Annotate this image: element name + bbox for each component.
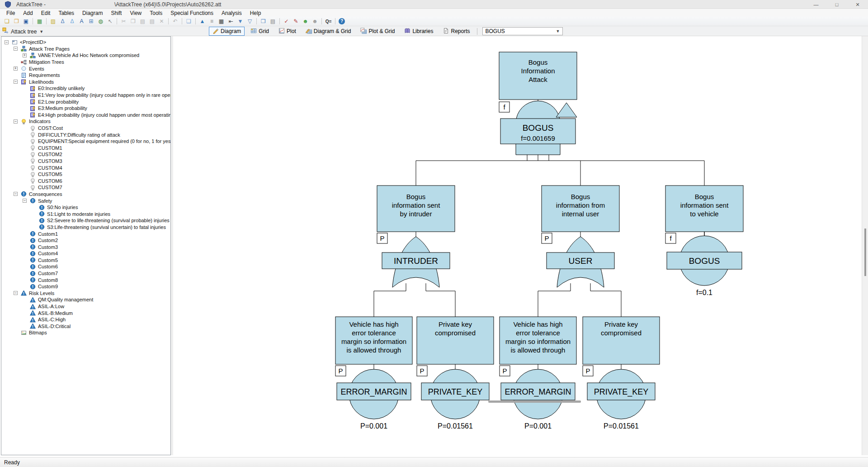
tree-item[interactable]: DIFFICULTY:Difficulty rating of attack (1, 131, 170, 138)
menu-special-functions[interactable]: Special Functions (166, 10, 217, 17)
tree-item[interactable]: E4:High probability (injury could happen… (1, 112, 170, 119)
collapse-icon[interactable]: − (14, 192, 18, 196)
menu-analysis[interactable]: Analysis (217, 10, 246, 17)
tree-item[interactable]: COST:Cost (1, 125, 170, 132)
diagram-gate-BOGUS[interactable]: BOGUSf=0.001659f (499, 101, 577, 155)
tree-item[interactable]: −Consequences (1, 191, 170, 198)
spell-check-icon[interactable]: ✓ (282, 18, 291, 25)
tree-item[interactable]: CUSTOM7 (1, 184, 170, 191)
tree-item[interactable]: CUSTOM2 (1, 151, 170, 158)
tree-item[interactable]: CUSTOM4 (1, 164, 170, 171)
tree-item[interactable]: QM:Quality management (1, 296, 170, 303)
tab-grid[interactable]: Grid (247, 27, 273, 36)
tab-diagram-grid[interactable]: Diagram & Grid (302, 27, 355, 36)
tree-item[interactable]: Mitigation Trees (1, 59, 170, 66)
user-offline-icon[interactable]: ☻ (311, 18, 319, 25)
help-icon[interactable]: ? (339, 18, 345, 24)
tree-item[interactable]: Custom7 (1, 270, 170, 277)
diagram-event-ERROR_MARGIN[interactable]: ERROR_MARGINPP=0.001 (335, 366, 411, 430)
page-up-icon[interactable]: ▲ (198, 18, 207, 25)
diagram-event-ERROR_MARGIN[interactable]: ERROR_MARGINPP=0.001 (500, 366, 575, 430)
tree-item[interactable]: Custom5 (1, 257, 170, 264)
library-icon[interactable]: ❒ (259, 18, 268, 25)
tab-libraries[interactable]: Libraries (401, 27, 437, 36)
menu-tables[interactable]: Tables (54, 10, 78, 17)
diagram-node-leaf[interactable]: Private keycompromised (583, 317, 660, 364)
query-icon[interactable]: Q= (324, 18, 333, 25)
tree-item[interactable]: ASIL-C:High (1, 316, 170, 323)
tree-item[interactable]: −Indicators (1, 118, 170, 125)
save-icon[interactable]: ▣ (22, 18, 30, 25)
vertical-scrollbar[interactable] (862, 36, 868, 455)
maximize-button[interactable]: □ (826, 0, 847, 9)
page-selector-dropdown[interactable]: BOGUS▼ (482, 27, 563, 35)
tree-item[interactable]: +Events (1, 65, 170, 72)
hyperlink-icon[interactable]: ◍ (96, 18, 105, 25)
paste-special-icon[interactable]: ▤ (148, 18, 156, 25)
bitmap-icon[interactable]: ▦ (35, 18, 44, 25)
tree-item[interactable]: −Safety (1, 197, 170, 204)
tree-item[interactable]: Custom3 (1, 243, 170, 250)
diagram-node-leaf[interactable]: Vehicle has higherror tolerancemargin so… (335, 317, 412, 364)
tree-item[interactable]: Bitmaps (1, 329, 170, 336)
collapse-icon[interactable]: − (5, 40, 9, 44)
tree-item[interactable]: S1:Light to moderate injuries (1, 210, 170, 217)
tree-item[interactable]: S3:Life-threatening (survival uncertain)… (1, 224, 170, 231)
collapse-icon[interactable]: − (14, 119, 18, 124)
diagram-canvas[interactable]: BogusInformationAttackBOGUSf=0.001659fBo… (173, 36, 862, 455)
tree-pane-selector[interactable]: Attack tree ▼ (2, 27, 43, 36)
tree-item[interactable]: CUSTOM1 (1, 145, 170, 152)
paste-icon[interactable]: ▤ (138, 18, 147, 25)
menu-help[interactable]: Help (246, 10, 265, 17)
tree-item[interactable]: EQUIPMENT:Special equipment required (0 … (1, 138, 170, 145)
copy-icon[interactable]: ❐ (129, 18, 137, 25)
diagram-event-PRIVATE_KEY[interactable]: PRIVATE_KEYPP=0.01561 (417, 366, 489, 430)
tree-item[interactable]: S2:Severe to life-threatening (survival … (1, 217, 170, 224)
tree-item[interactable]: Custom6 (1, 263, 170, 270)
add-gate-icon[interactable]: Δ (58, 18, 67, 25)
tree-item[interactable]: −<ProjectID> (1, 39, 170, 46)
tab-reports[interactable]: Reports (439, 27, 473, 36)
horizontal-scrollbar-thumb[interactable] (488, 400, 581, 403)
close-button[interactable]: ✕ (847, 0, 868, 9)
menu-view[interactable]: View (126, 10, 146, 17)
collapse-icon[interactable]: − (23, 199, 27, 203)
tree-item[interactable]: CUSTOM6 (1, 177, 170, 184)
tree-item[interactable]: Custom1 (1, 230, 170, 237)
align-icon[interactable]: ≡ (208, 18, 216, 25)
diagram-event-BOGUS[interactable]: BOGUSff=0.1 (665, 233, 742, 296)
open-folder-icon[interactable]: ❐ (12, 18, 21, 25)
tree-item[interactable]: −Attack Tree Pages (1, 46, 170, 52)
expand-icon[interactable]: + (14, 67, 18, 71)
verify-report-icon[interactable]: ✎ (292, 18, 300, 25)
diagram-node-leaf[interactable]: Private keycompromised (417, 317, 494, 364)
tree-item[interactable]: CUSTOM5 (1, 171, 170, 178)
diagram-gate-INTRUDER[interactable]: INTRUDERP (377, 233, 450, 287)
tab-plot-grid[interactable]: Plot & Grid (357, 27, 398, 36)
menu-diagram[interactable]: Diagram (78, 10, 107, 17)
tree-item[interactable]: E3:Medium probability (1, 105, 170, 112)
collapse-icon[interactable]: − (14, 80, 18, 84)
diagram-node-branch[interactable]: Bogusinformation sentto vehicle (665, 186, 743, 232)
tree-item[interactable]: −Risk Levels (1, 290, 170, 297)
diagram-node-leaf[interactable]: Vehicle has higherror tolerancemargin so… (500, 317, 576, 364)
diagram-node-branch[interactable]: Bogusinformation frominternal user (542, 186, 619, 232)
menu-add[interactable]: Add (19, 10, 37, 17)
diagram-event-PRIVATE_KEY[interactable]: PRIVATE_KEYPP=0.01561 (583, 366, 655, 430)
menu-edit[interactable]: Edit (37, 10, 55, 17)
tree-item[interactable]: −Likelihoods (1, 79, 170, 86)
tree-item[interactable]: Custom8 (1, 276, 170, 283)
menu-tools[interactable]: Tools (146, 10, 166, 17)
table-icon[interactable]: ▦ (217, 18, 226, 25)
trace-gates-icon[interactable]: ▼ (236, 18, 245, 25)
diagram-node-branch[interactable]: Bogusinformation sentby intruder (377, 186, 455, 232)
text-box-icon[interactable]: A (77, 18, 86, 25)
menu-shift[interactable]: Shift (107, 10, 126, 17)
collapse-icon[interactable]: − (14, 47, 18, 51)
tree-item[interactable]: Custom4 (1, 250, 170, 257)
tab-plot[interactable]: Plot (275, 27, 300, 36)
add-event-icon[interactable]: Δ (68, 18, 76, 25)
menu-file[interactable]: File (2, 10, 19, 17)
tree-item[interactable]: S0:No injuries (1, 204, 170, 211)
tree-item[interactable]: ASIL-A:Low (1, 303, 170, 310)
